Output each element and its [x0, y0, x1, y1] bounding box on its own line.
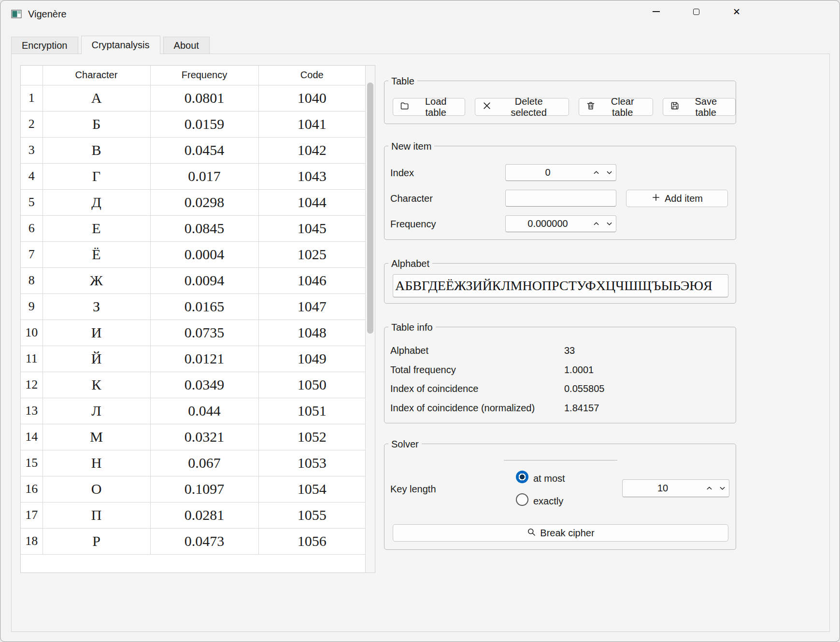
row-number-cell[interactable]: 13	[21, 398, 43, 424]
table-row[interactable]: 13Л0.0441051	[21, 398, 365, 424]
row-number-cell[interactable]: 18	[21, 528, 43, 554]
chevron-down-icon[interactable]	[603, 165, 616, 181]
minimize-button[interactable]	[639, 0, 673, 23]
table-row[interactable]: 14М0.03211052	[21, 424, 365, 450]
character-cell[interactable]: Ж	[43, 267, 150, 293]
table-row[interactable]: 3В0.04541042	[21, 137, 365, 163]
alphabet-input[interactable]	[393, 274, 728, 297]
table-row[interactable]: 9З0.01651047	[21, 293, 365, 320]
index-spinbox[interactable]: 0	[505, 164, 616, 181]
tab-cryptanalysis[interactable]: Cryptanalysis	[81, 36, 160, 54]
table-row[interactable]: 16О0.10971054	[21, 476, 365, 502]
frequency-cell[interactable]: 0.0004	[150, 241, 258, 267]
row-number-cell[interactable]: 9	[21, 293, 43, 320]
table-row[interactable]: 12К0.03491050	[21, 372, 365, 398]
table-row[interactable]: 7Ё0.00041025	[21, 241, 365, 267]
code-cell[interactable]: 1025	[258, 241, 365, 267]
row-number-cell[interactable]: 6	[21, 215, 43, 241]
chevron-down-icon[interactable]	[603, 216, 616, 232]
frequency-cell[interactable]: 0.0801	[150, 85, 258, 111]
row-number-cell[interactable]: 16	[21, 476, 43, 502]
character-cell[interactable]: О	[43, 476, 150, 502]
table-row[interactable]: 5Д0.02981044	[21, 189, 365, 215]
tab-about[interactable]: About	[163, 37, 210, 54]
code-cell[interactable]: 1050	[258, 372, 365, 398]
code-cell[interactable]: 1055	[258, 502, 365, 528]
frequency-column-header[interactable]: Frequency	[150, 66, 258, 85]
character-cell[interactable]: З	[43, 293, 150, 320]
frequency-cell[interactable]: 0.0473	[150, 528, 258, 554]
row-number-cell[interactable]: 10	[21, 320, 43, 346]
character-cell[interactable]: В	[43, 137, 150, 163]
character-cell[interactable]: Р	[43, 528, 150, 554]
character-cell[interactable]: М	[43, 424, 150, 450]
table-row[interactable]: 11Й0.01211049	[21, 346, 365, 372]
chevron-up-icon[interactable]	[703, 480, 716, 497]
character-cell[interactable]: Ё	[43, 241, 150, 267]
break-cipher-button[interactable]: Break cipher	[393, 524, 728, 542]
character-cell[interactable]: Б	[43, 111, 150, 137]
row-number-cell[interactable]: 7	[21, 241, 43, 267]
delete-selected-button[interactable]: Delete selected	[475, 98, 569, 116]
frequency-cell[interactable]: 0.0121	[150, 346, 258, 372]
frequency-cell[interactable]: 0.017	[150, 163, 258, 189]
load-table-button[interactable]: Load table	[393, 98, 465, 116]
character-cell[interactable]: Г	[43, 163, 150, 189]
character-cell[interactable]: А	[43, 85, 150, 111]
character-cell[interactable]: И	[43, 320, 150, 346]
row-number-cell[interactable]: 3	[21, 137, 43, 163]
frequency-cell[interactable]: 0.067	[150, 450, 258, 476]
character-cell[interactable]: П	[43, 502, 150, 528]
key-length-spinbox[interactable]: 10	[622, 479, 729, 497]
radio-exactly-label[interactable]: exactly	[533, 495, 563, 507]
character-cell[interactable]: Е	[43, 215, 150, 241]
frequency-cell[interactable]: 0.0454	[150, 137, 258, 163]
code-cell[interactable]: 1040	[258, 85, 365, 111]
character-cell[interactable]: К	[43, 372, 150, 398]
character-input[interactable]	[505, 190, 616, 207]
code-cell[interactable]: 1048	[258, 320, 365, 346]
code-cell[interactable]: 1045	[258, 215, 365, 241]
save-table-button[interactable]: Save table	[663, 98, 736, 116]
frequency-cell[interactable]: 0.0094	[150, 267, 258, 293]
row-number-cell[interactable]: 1	[21, 85, 43, 111]
radio-at-most[interactable]	[516, 471, 528, 483]
code-cell[interactable]: 1052	[258, 424, 365, 450]
frequency-cell[interactable]: 0.0845	[150, 215, 258, 241]
code-cell[interactable]: 1046	[258, 267, 365, 293]
add-item-button[interactable]: Add item	[626, 190, 728, 207]
maximize-button[interactable]	[679, 0, 713, 23]
frequency-cell[interactable]: 0.0298	[150, 189, 258, 215]
frequency-cell[interactable]: 0.0165	[150, 293, 258, 320]
frequency-cell[interactable]: 0.0159	[150, 111, 258, 137]
row-number-cell[interactable]: 4	[21, 163, 43, 189]
chevron-down-icon[interactable]	[716, 480, 729, 497]
frequency-cell[interactable]: 0.1097	[150, 476, 258, 502]
code-cell[interactable]: 1053	[258, 450, 365, 476]
radio-exactly[interactable]	[516, 493, 528, 506]
code-cell[interactable]: 1056	[258, 528, 365, 554]
code-cell[interactable]: 1051	[258, 398, 365, 424]
code-column-header[interactable]: Code	[258, 66, 365, 85]
character-cell[interactable]: Й	[43, 346, 150, 372]
code-cell[interactable]: 1042	[258, 137, 365, 163]
table-row[interactable]: 18Р0.04731056	[21, 528, 365, 554]
close-button[interactable]: ✕	[720, 0, 754, 23]
character-cell[interactable]: Л	[43, 398, 150, 424]
code-cell[interactable]: 1044	[258, 189, 365, 215]
row-number-cell[interactable]: 15	[21, 450, 43, 476]
character-cell[interactable]: Н	[43, 450, 150, 476]
row-number-cell[interactable]: 17	[21, 502, 43, 528]
table-row[interactable]: 4Г0.0171043	[21, 163, 365, 189]
code-cell[interactable]: 1043	[258, 163, 365, 189]
frequency-cell[interactable]: 0.0349	[150, 372, 258, 398]
radio-at-most-label[interactable]: at most	[533, 472, 565, 485]
code-cell[interactable]: 1049	[258, 346, 365, 372]
row-number-cell[interactable]: 12	[21, 372, 43, 398]
code-cell[interactable]: 1041	[258, 111, 365, 137]
scrollbar-thumb[interactable]	[367, 83, 373, 334]
row-number-cell[interactable]: 11	[21, 346, 43, 372]
chevron-up-icon[interactable]	[590, 216, 603, 232]
row-number-cell[interactable]: 2	[21, 111, 43, 137]
table-row[interactable]: 2Б0.01591041	[21, 111, 365, 137]
